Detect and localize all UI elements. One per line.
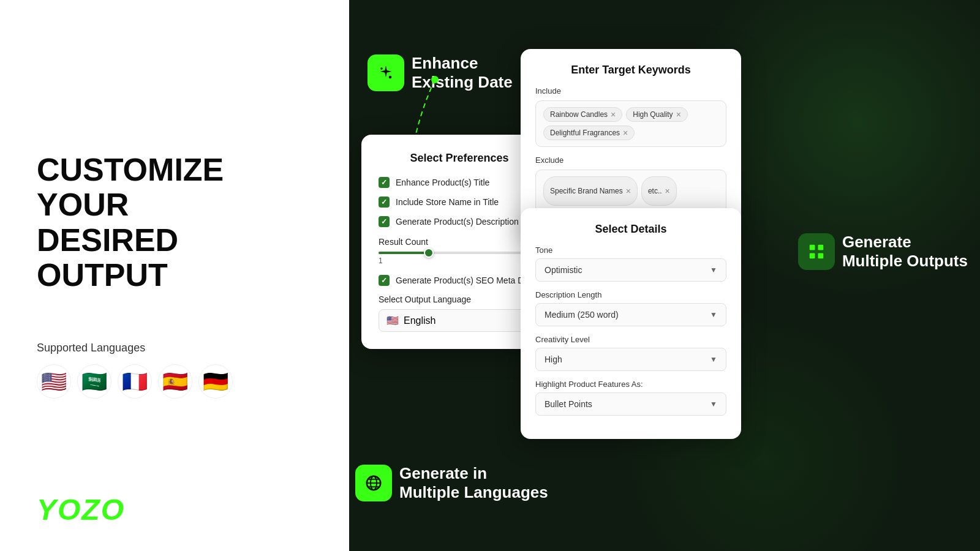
flag-de: 🇩🇪 <box>198 364 233 399</box>
slider-track[interactable] <box>379 252 540 254</box>
flag-sa: 🇸🇦 <box>77 364 111 399</box>
tag-high-quality[interactable]: High Quality × <box>626 107 688 122</box>
flags-row: 🇺🇸 🇸🇦 🇫🇷 🇪🇸 🇩🇪 <box>37 364 312 399</box>
language-selector[interactable]: 🇺🇸 English <box>379 309 540 332</box>
checkbox-enhance-title[interactable]: Enhance Product(s) Title <box>379 177 540 188</box>
generate-lang-text: Generate in Multiple Languages <box>399 464 548 502</box>
tag-high-quality-label: High Quality <box>633 110 673 119</box>
description-length-value: Medium (250 word) <box>545 310 619 320</box>
highlight-select[interactable]: Bullet Points ▼ <box>535 392 726 416</box>
include-tags-container[interactable]: Rainbow Candles × High Quality × Delight… <box>535 100 726 147</box>
slider-fill <box>379 252 427 254</box>
checkbox-enhance-title-label: Enhance Product(s) Title <box>396 178 489 187</box>
highlight-label: Highlight Product Features As: <box>535 380 726 389</box>
checkbox-seo-box[interactable] <box>379 275 390 286</box>
logo: YOZO <box>37 493 125 527</box>
generate-multi-icon <box>798 233 835 270</box>
tag-rainbow-candles-remove[interactable]: × <box>611 110 616 119</box>
tag-delightful-remove[interactable]: × <box>623 129 628 137</box>
tag-etc-label: etc.. <box>648 187 662 195</box>
tag-brand-names-remove[interactable]: × <box>626 187 631 195</box>
svg-rect-5 <box>810 245 815 250</box>
flag-us: 🇺🇸 <box>37 364 71 399</box>
output-language-label: Select Output Language <box>379 294 540 304</box>
checkbox-generate-desc-box[interactable] <box>379 216 390 227</box>
tag-delightful-label: Delightful Fragrances <box>550 129 620 137</box>
tag-etc[interactable]: etc.. × <box>641 176 677 206</box>
tone-value: Optimistic <box>545 265 582 275</box>
checkbox-generate-desc-label: Generate Product(s) Description <box>396 217 519 227</box>
tone-chevron-icon: ▼ <box>710 266 717 274</box>
tag-high-quality-remove[interactable]: × <box>676 110 681 119</box>
tag-delightful[interactable]: Delightful Fragrances × <box>543 126 635 140</box>
tag-rainbow-candles-label: Rainbow Candles <box>550 110 608 119</box>
tag-brand-names-label: Specific Brand Names <box>550 187 623 195</box>
preferences-title: Select Preferences <box>379 152 540 165</box>
language-flag: 🇺🇸 <box>386 315 399 326</box>
generate-lang-icon <box>355 465 392 501</box>
description-length-chevron-icon: ▼ <box>710 310 717 319</box>
details-title: Select Details <box>535 223 726 236</box>
supported-languages-label: Supported Languages <box>37 342 312 354</box>
output-language-section: Select Output Language 🇺🇸 English <box>379 294 540 332</box>
checkbox-include-store-label: Include Store Name in Title <box>396 197 499 207</box>
include-label: Include <box>535 86 726 96</box>
exclude-tags-container[interactable]: Specific Brand Names × etc.. × <box>535 170 726 212</box>
tag-etc-remove[interactable]: × <box>665 187 670 195</box>
generate-lang-card: Generate in Multiple Languages <box>355 464 548 502</box>
tag-brand-names[interactable]: Specific Brand Names × <box>543 176 638 206</box>
creativity-level-label: Creativity Level <box>535 335 726 344</box>
svg-rect-7 <box>810 253 815 259</box>
supported-languages-section: Supported Languages 🇺🇸 🇸🇦 🇫🇷 🇪🇸 🇩🇪 <box>37 342 312 399</box>
flag-fr: 🇫🇷 <box>118 364 152 399</box>
svg-point-1 <box>380 67 383 70</box>
creativity-level-select[interactable]: High ▼ <box>535 348 726 371</box>
keywords-title: Enter Target Keywords <box>535 64 726 77</box>
flag-es: 🇪🇸 <box>158 364 192 399</box>
svg-rect-6 <box>818 245 823 250</box>
checkbox-generate-desc[interactable]: Generate Product(s) Description <box>379 216 540 227</box>
result-count-section: Result Count 1 <box>379 237 540 265</box>
exclude-label: Exclude <box>535 156 726 165</box>
checkbox-seo-label: Generate Product(s) SEO Meta Data <box>396 276 536 285</box>
creativity-level-chevron-icon: ▼ <box>710 355 717 364</box>
creativity-level-value: High <box>545 354 562 364</box>
details-card: Select Details Tone Optimistic ▼ Descrip… <box>521 208 741 439</box>
svg-rect-8 <box>818 253 823 259</box>
slider-value: 1 <box>379 257 540 265</box>
main-title: CUSTOMIZE YOUR DESIRED OUTPUT <box>37 152 312 293</box>
tone-label: Tone <box>535 246 726 255</box>
svg-point-2 <box>431 76 439 83</box>
checkbox-include-store-box[interactable] <box>379 197 390 208</box>
tone-select[interactable]: Optimistic ▼ <box>535 258 726 282</box>
generate-multi-card: Generate Multiple Outputs <box>798 233 968 271</box>
checkbox-enhance-title-box[interactable] <box>379 177 390 188</box>
highlight-value: Bullet Points <box>545 399 592 409</box>
result-count-label: Result Count <box>379 237 540 247</box>
generate-multi-text: Generate Multiple Outputs <box>842 233 968 271</box>
checkbox-seo[interactable]: Generate Product(s) SEO Meta Data <box>379 275 540 286</box>
description-length-select[interactable]: Medium (250 word) ▼ <box>535 303 726 326</box>
language-value: English <box>404 315 435 326</box>
left-panel: CUSTOMIZE YOUR DESIRED OUTPUT Supported … <box>0 0 349 551</box>
tag-rainbow-candles[interactable]: Rainbow Candles × <box>543 107 622 122</box>
highlight-chevron-icon: ▼ <box>710 400 717 408</box>
checkbox-include-store[interactable]: Include Store Name in Title <box>379 197 540 208</box>
slider-thumb[interactable] <box>424 248 434 258</box>
description-length-label: Description Length <box>535 290 726 299</box>
right-panel: Enhance Existing Date Generate Multiple … <box>349 0 980 551</box>
